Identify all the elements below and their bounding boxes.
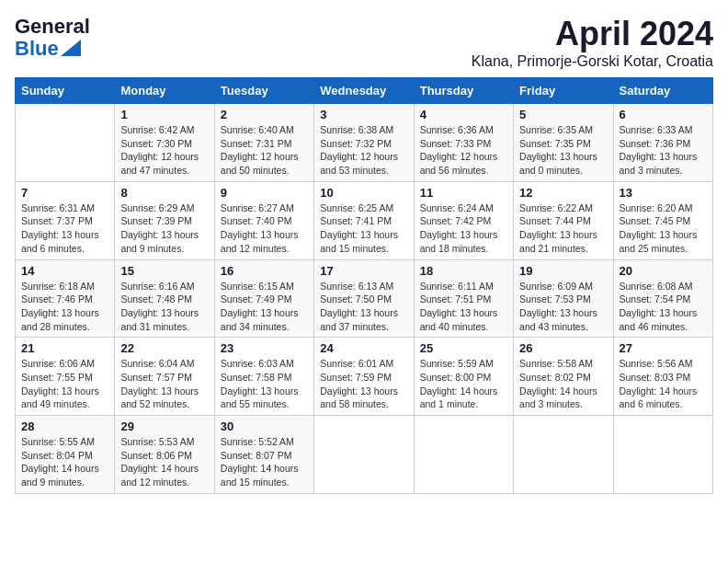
day-number: 9 bbox=[221, 186, 308, 200]
day-info: Sunrise: 6:09 AM Sunset: 7:53 PM Dayligh… bbox=[519, 280, 607, 334]
weekday-header-saturday: Saturday bbox=[613, 78, 712, 104]
week-row-1: 1Sunrise: 6:42 AM Sunset: 7:30 PM Daylig… bbox=[16, 104, 713, 182]
day-cell: 14Sunrise: 6:18 AM Sunset: 7:46 PM Dayli… bbox=[16, 259, 115, 338]
day-number: 15 bbox=[120, 264, 208, 278]
day-info: Sunrise: 6:24 AM Sunset: 7:42 PM Dayligh… bbox=[420, 201, 507, 256]
day-cell: 21Sunrise: 6:06 AM Sunset: 7:55 PM Dayli… bbox=[16, 338, 115, 416]
title-area: April 2024 Klana, Primorje-Gorski Kotar,… bbox=[472, 15, 713, 70]
day-info: Sunrise: 6:29 AM Sunset: 7:39 PM Dayligh… bbox=[120, 201, 208, 256]
day-cell: 30Sunrise: 5:52 AM Sunset: 8:07 PM Dayli… bbox=[214, 416, 313, 494]
day-number: 6 bbox=[620, 108, 707, 121]
day-number: 7 bbox=[21, 186, 108, 200]
day-cell: 10Sunrise: 6:25 AM Sunset: 7:41 PM Dayli… bbox=[314, 181, 414, 259]
weekday-header-row: SundayMondayTuesdayWednesdayThursdayFrid… bbox=[16, 78, 713, 104]
day-cell: 22Sunrise: 6:04 AM Sunset: 7:57 PM Dayli… bbox=[115, 338, 214, 416]
day-cell: 27Sunrise: 5:56 AM Sunset: 8:03 PM Dayli… bbox=[613, 338, 712, 416]
day-cell: 9Sunrise: 6:27 AM Sunset: 7:40 PM Daylig… bbox=[214, 181, 313, 259]
weekday-header-thursday: Thursday bbox=[414, 78, 513, 104]
day-info: Sunrise: 6:40 AM Sunset: 7:31 PM Dayligh… bbox=[221, 123, 308, 178]
day-cell: 11Sunrise: 6:24 AM Sunset: 7:42 PM Dayli… bbox=[414, 181, 513, 259]
day-info: Sunrise: 6:18 AM Sunset: 7:46 PM Dayligh… bbox=[21, 280, 108, 334]
day-cell: 12Sunrise: 6:22 AM Sunset: 7:44 PM Dayli… bbox=[514, 181, 613, 259]
day-cell bbox=[514, 416, 613, 494]
day-number: 3 bbox=[320, 108, 407, 121]
day-info: Sunrise: 5:55 AM Sunset: 8:04 PM Dayligh… bbox=[21, 435, 108, 489]
day-cell: 1Sunrise: 6:42 AM Sunset: 7:30 PM Daylig… bbox=[115, 104, 214, 182]
day-info: Sunrise: 6:15 AM Sunset: 7:49 PM Dayligh… bbox=[221, 280, 308, 334]
day-number: 16 bbox=[221, 264, 308, 278]
day-info: Sunrise: 5:56 AM Sunset: 8:03 PM Dayligh… bbox=[620, 357, 707, 411]
day-number: 30 bbox=[221, 419, 308, 433]
day-cell: 29Sunrise: 5:53 AM Sunset: 8:06 PM Dayli… bbox=[115, 416, 214, 494]
day-number: 26 bbox=[519, 341, 607, 355]
day-info: Sunrise: 6:42 AM Sunset: 7:30 PM Dayligh… bbox=[120, 123, 208, 178]
day-number: 22 bbox=[120, 341, 208, 355]
weekday-header-sunday: Sunday bbox=[16, 78, 115, 104]
day-number: 28 bbox=[21, 419, 108, 433]
day-number: 23 bbox=[221, 341, 308, 355]
day-number: 20 bbox=[620, 264, 707, 278]
day-number: 25 bbox=[420, 341, 507, 355]
subtitle: Klana, Primorje-Gorski Kotar, Croatia bbox=[472, 53, 713, 70]
day-info: Sunrise: 5:52 AM Sunset: 8:07 PM Dayligh… bbox=[221, 435, 308, 489]
day-cell: 5Sunrise: 6:35 AM Sunset: 7:35 PM Daylig… bbox=[514, 104, 613, 182]
day-info: Sunrise: 6:35 AM Sunset: 7:35 PM Dayligh… bbox=[519, 123, 607, 178]
day-cell: 19Sunrise: 6:09 AM Sunset: 7:53 PM Dayli… bbox=[514, 259, 613, 338]
logo-blue: Blue bbox=[15, 37, 59, 61]
day-info: Sunrise: 6:01 AM Sunset: 7:59 PM Dayligh… bbox=[320, 357, 407, 411]
week-row-3: 14Sunrise: 6:18 AM Sunset: 7:46 PM Dayli… bbox=[16, 259, 713, 338]
day-cell bbox=[613, 416, 712, 494]
day-number: 2 bbox=[221, 108, 308, 121]
day-info: Sunrise: 6:06 AM Sunset: 7:55 PM Dayligh… bbox=[21, 357, 108, 411]
week-row-4: 21Sunrise: 6:06 AM Sunset: 7:55 PM Dayli… bbox=[16, 338, 713, 416]
day-cell bbox=[314, 416, 414, 494]
day-cell: 26Sunrise: 5:58 AM Sunset: 8:02 PM Dayli… bbox=[514, 338, 613, 416]
day-number: 8 bbox=[120, 186, 208, 200]
day-info: Sunrise: 6:13 AM Sunset: 7:50 PM Dayligh… bbox=[320, 280, 407, 334]
day-number: 14 bbox=[21, 264, 108, 278]
day-cell: 18Sunrise: 6:11 AM Sunset: 7:51 PM Dayli… bbox=[414, 259, 513, 338]
day-number: 27 bbox=[620, 341, 707, 355]
day-info: Sunrise: 5:53 AM Sunset: 8:06 PM Dayligh… bbox=[120, 435, 208, 489]
day-info: Sunrise: 6:16 AM Sunset: 7:48 PM Dayligh… bbox=[120, 280, 208, 334]
day-number: 29 bbox=[120, 419, 208, 433]
day-cell: 24Sunrise: 6:01 AM Sunset: 7:59 PM Dayli… bbox=[314, 338, 414, 416]
day-number: 4 bbox=[420, 108, 507, 121]
week-row-5: 28Sunrise: 5:55 AM Sunset: 8:04 PM Dayli… bbox=[16, 416, 713, 494]
weekday-header-friday: Friday bbox=[514, 78, 613, 104]
day-cell: 4Sunrise: 6:36 AM Sunset: 7:33 PM Daylig… bbox=[414, 104, 513, 182]
day-info: Sunrise: 6:04 AM Sunset: 7:57 PM Dayligh… bbox=[120, 357, 208, 411]
day-cell: 20Sunrise: 6:08 AM Sunset: 7:54 PM Dayli… bbox=[613, 259, 712, 338]
weekday-header-tuesday: Tuesday bbox=[214, 78, 313, 104]
weekday-header-monday: Monday bbox=[115, 78, 214, 104]
logo-general: General bbox=[15, 15, 90, 39]
day-number: 1 bbox=[120, 108, 208, 121]
day-number: 12 bbox=[519, 186, 607, 200]
day-cell: 8Sunrise: 6:29 AM Sunset: 7:39 PM Daylig… bbox=[115, 181, 214, 259]
day-number: 18 bbox=[420, 264, 507, 278]
day-info: Sunrise: 6:31 AM Sunset: 7:37 PM Dayligh… bbox=[21, 201, 108, 256]
day-cell: 23Sunrise: 6:03 AM Sunset: 7:58 PM Dayli… bbox=[214, 338, 313, 416]
day-number: 24 bbox=[320, 341, 407, 355]
svg-marker-0 bbox=[61, 40, 81, 56]
day-number: 21 bbox=[21, 341, 108, 355]
week-row-2: 7Sunrise: 6:31 AM Sunset: 7:37 PM Daylig… bbox=[16, 181, 713, 259]
day-number: 11 bbox=[420, 186, 507, 200]
day-number: 17 bbox=[320, 264, 407, 278]
day-info: Sunrise: 5:58 AM Sunset: 8:02 PM Dayligh… bbox=[519, 357, 607, 411]
day-info: Sunrise: 6:36 AM Sunset: 7:33 PM Dayligh… bbox=[420, 123, 507, 178]
day-info: Sunrise: 6:38 AM Sunset: 7:32 PM Dayligh… bbox=[320, 123, 407, 178]
header: General Blue April 2024 Klana, Primorje-… bbox=[15, 15, 713, 70]
day-number: 10 bbox=[320, 186, 407, 200]
day-cell: 7Sunrise: 6:31 AM Sunset: 7:37 PM Daylig… bbox=[16, 181, 115, 259]
day-number: 5 bbox=[519, 108, 607, 121]
day-cell: 15Sunrise: 6:16 AM Sunset: 7:48 PM Dayli… bbox=[115, 259, 214, 338]
day-cell: 6Sunrise: 6:33 AM Sunset: 7:36 PM Daylig… bbox=[613, 104, 712, 182]
day-number: 13 bbox=[620, 186, 707, 200]
calendar-table: SundayMondayTuesdayWednesdayThursdayFrid… bbox=[15, 77, 713, 494]
logo: General Blue bbox=[15, 15, 92, 61]
day-cell: 28Sunrise: 5:55 AM Sunset: 8:04 PM Dayli… bbox=[16, 416, 115, 494]
day-info: Sunrise: 6:25 AM Sunset: 7:41 PM Dayligh… bbox=[320, 201, 407, 256]
day-cell: 25Sunrise: 5:59 AM Sunset: 8:00 PM Dayli… bbox=[414, 338, 513, 416]
day-info: Sunrise: 6:33 AM Sunset: 7:36 PM Dayligh… bbox=[620, 123, 707, 178]
